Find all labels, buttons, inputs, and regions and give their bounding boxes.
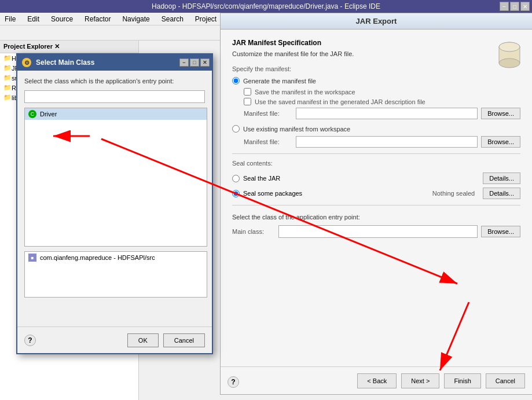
close-btn[interactable]: ✕ bbox=[520, 2, 530, 11]
package-item-mapreduce[interactable]: ■ com.qianfeng.mapreduce - HDFSAPl/src bbox=[25, 252, 207, 263]
window-controls: − □ ✕ bbox=[500, 2, 530, 11]
back-btn[interactable]: < Back bbox=[357, 373, 397, 388]
menu-source[interactable]: Source bbox=[49, 14, 75, 24]
browse-manifest-btn[interactable]: Browse... bbox=[481, 108, 520, 119]
explorer-title: Project Explorer ✕ bbox=[3, 43, 60, 50]
radio-generate[interactable] bbox=[232, 77, 240, 85]
entry-label: Select the class of the application entr… bbox=[232, 214, 520, 221]
seal-section: Seal the JAR Details... Seal some packag… bbox=[232, 173, 520, 199]
menu-edit[interactable]: Edit bbox=[25, 14, 42, 24]
svg-point-2 bbox=[499, 58, 520, 68]
ok-btn[interactable]: OK bbox=[127, 333, 159, 347]
folder-icon-3: 📁 bbox=[3, 74, 12, 82]
radio-existing-row: Use existing manifest from workspace bbox=[232, 125, 520, 133]
manifest-file-label: Manifest file: bbox=[244, 110, 296, 117]
existing-manifest-input[interactable] bbox=[296, 136, 478, 148]
select-class-footer: ? OK Cancel bbox=[17, 326, 212, 353]
manifest-radio-group: Generate the manifest file Save the mani… bbox=[232, 77, 520, 119]
separator-2 bbox=[232, 205, 520, 205]
dialog-close-btn[interactable]: ✕ bbox=[200, 58, 210, 67]
jar-help-btn[interactable]: ? bbox=[228, 376, 239, 388]
package-icon: ■ bbox=[28, 254, 36, 262]
dialog-max-btn[interactable]: □ bbox=[190, 58, 199, 67]
manifest-file-row: Manifest file: Browse... bbox=[244, 108, 520, 119]
dialog-title-controls: − □ ✕ bbox=[179, 58, 210, 67]
package-list[interactable]: ■ com.qianfeng.mapreduce - HDFSAPl/src bbox=[24, 251, 207, 298]
class-search-input[interactable] bbox=[24, 90, 205, 103]
eclipse-title-bar: Hadoop - HDFSAPl/src/com/qianfeng/mapred… bbox=[0, 0, 532, 13]
radio-seal-packages[interactable] bbox=[232, 190, 240, 197]
select-class-help-btn[interactable]: ? bbox=[24, 335, 36, 346]
folder-icon-5: 📁 bbox=[3, 94, 12, 101]
class-icon-driver: C bbox=[28, 110, 36, 118]
select-class-dialog: ⚙ Select Main Class − □ ✕ Select the cla… bbox=[16, 53, 213, 354]
next-btn[interactable]: Next > bbox=[401, 373, 439, 388]
checkbox-save-manifest[interactable] bbox=[244, 88, 251, 96]
jar-export-footer: ? < Back Next > Finish Cancel bbox=[221, 366, 532, 394]
dialog-min-btn[interactable]: − bbox=[179, 58, 189, 67]
main-class-input[interactable] bbox=[278, 225, 478, 238]
seal-contents-label: Seal contents: bbox=[232, 160, 520, 167]
menu-navigate[interactable]: Navigate bbox=[120, 14, 152, 24]
existing-manifest-file-row: Manifest file: Browse... bbox=[244, 136, 520, 148]
browse-main-class-btn[interactable]: Browse... bbox=[481, 226, 520, 237]
jar-description: Customize the manifest file for the JAR … bbox=[232, 50, 520, 57]
radio-seal-jar[interactable] bbox=[232, 175, 240, 182]
eclipse-title: Hadoop - HDFSAPl/src/com/qianfeng/mapred… bbox=[152, 2, 380, 10]
main-class-row: Main class: Browse... bbox=[232, 225, 520, 238]
cancel-jar-btn[interactable]: Cancel bbox=[486, 373, 525, 388]
manifest-file-input[interactable] bbox=[296, 108, 478, 119]
browse-existing-btn[interactable]: Browse... bbox=[481, 136, 520, 148]
menu-refactor[interactable]: Refactor bbox=[82, 14, 113, 24]
folder-icon: 📁 bbox=[3, 54, 12, 62]
cancel-class-btn[interactable]: Cancel bbox=[163, 333, 205, 347]
main-class-label: Main class: bbox=[232, 228, 278, 235]
seal-packages-left: Seal some packages bbox=[232, 190, 302, 197]
jar-export-title-text: JAR Export bbox=[356, 17, 397, 25]
seal-packages-row: Seal some packages Nothing sealed Detail… bbox=[232, 188, 520, 199]
seal-jar-label: Seal the JAR bbox=[243, 175, 280, 182]
select-class-title: Select Main Class bbox=[36, 58, 94, 67]
explorer-header: Project Explorer ✕ bbox=[0, 41, 138, 53]
seal-jar-details-btn[interactable]: Details... bbox=[483, 173, 520, 184]
radio-generate-label: Generate the manifest file bbox=[243, 78, 316, 85]
dialog-instruction: Select the class which is the applicatio… bbox=[24, 78, 205, 85]
settings-icon: ⚙ bbox=[22, 58, 31, 67]
seal-jar-row: Seal the JAR Details... bbox=[232, 173, 520, 184]
separator-1 bbox=[232, 153, 520, 154]
menu-project[interactable]: Project bbox=[193, 14, 219, 24]
seal-packages-label: Seal some packages bbox=[243, 190, 302, 197]
jar-export-title-bar: JAR Export bbox=[221, 13, 532, 30]
existing-manifest-label: Manifest file: bbox=[244, 138, 296, 145]
menu-search[interactable]: Search bbox=[159, 14, 186, 24]
seal-packages-right: Nothing sealed Details... bbox=[432, 188, 520, 199]
checkbox-use-saved[interactable] bbox=[244, 98, 251, 105]
finish-btn[interactable]: Finish bbox=[444, 373, 480, 388]
radio-generate-row: Generate the manifest file bbox=[232, 77, 520, 85]
seal-packages-details-btn[interactable]: Details... bbox=[483, 188, 520, 199]
class-list[interactable]: C Driver bbox=[24, 108, 207, 247]
dialog-body: Select the class which is the applicatio… bbox=[17, 71, 212, 307]
nothing-sealed-text: Nothing sealed bbox=[432, 190, 475, 197]
folder-icon-4: 📁 bbox=[3, 84, 12, 91]
maximize-btn[interactable]: □ bbox=[510, 2, 519, 11]
jar-content: JAR Manifest Specification Customize the… bbox=[221, 30, 532, 247]
checkbox-use-saved-row: Use the saved manifest in the generated … bbox=[244, 98, 520, 105]
folder-icon-2: 📁 bbox=[3, 64, 12, 72]
package-name: com.qianfeng.mapreduce - HDFSAPl/src bbox=[40, 254, 155, 261]
class-name-driver: Driver bbox=[40, 111, 57, 118]
checkbox-use-saved-label: Use the saved manifest in the generated … bbox=[255, 98, 425, 105]
jar-export-dialog: JAR Export JAR Manifest Specification Cu… bbox=[220, 13, 532, 395]
radio-existing[interactable] bbox=[232, 125, 240, 133]
checkbox-save-row: Save the manifest in the workspace bbox=[244, 88, 520, 96]
checkbox-save-label: Save the manifest in the workspace bbox=[255, 89, 355, 96]
jar-heading: JAR Manifest Specification bbox=[232, 39, 520, 47]
menu-file[interactable]: File bbox=[2, 14, 18, 24]
svg-point-3 bbox=[499, 42, 520, 52]
select-class-title-bar: ⚙ Select Main Class − □ ✕ bbox=[17, 54, 212, 71]
seal-jar-left: Seal the JAR bbox=[232, 175, 280, 182]
entry-section: Select the class of the application entr… bbox=[232, 214, 520, 238]
minimize-btn[interactable]: − bbox=[500, 2, 509, 11]
jar-icon bbox=[495, 40, 524, 69]
class-list-item-driver[interactable]: C Driver bbox=[25, 108, 207, 120]
